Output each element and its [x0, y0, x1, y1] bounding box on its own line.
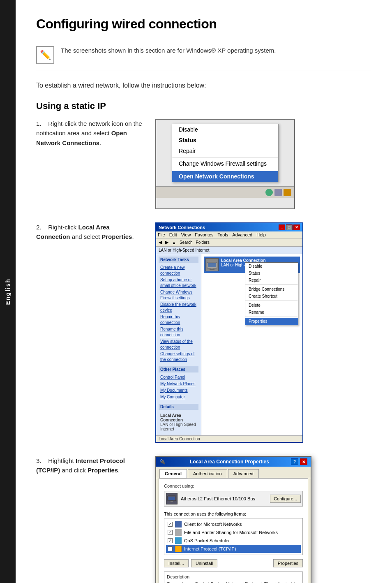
props-title-text: Local Area Connection Properties — [190, 459, 269, 465]
nc-sidebar-repair[interactable]: Repair this connection — [159, 314, 198, 326]
props-adapter-name: Atheros L2 Fast Ethernet 10/100 Bas — [181, 496, 267, 501]
nc-sidebar-view-status[interactable]: View status of the connection — [159, 338, 198, 351]
nc-sidebar-computer[interactable]: My Computer — [159, 394, 198, 400]
list-item-sharing[interactable]: File and Printer Sharing for Microsoft N… — [166, 528, 301, 537]
nc-sidebar-disable[interactable]: Disable the network device — [159, 301, 198, 314]
taskbar — [156, 186, 294, 198]
ctx-item-status[interactable]: Status — [172, 135, 278, 146]
nc-sidebar-change-settings[interactable]: Change settings of the connection — [159, 351, 198, 363]
nc-sidebar-documents[interactable]: My Documents — [159, 387, 198, 394]
step-2-row: 2. Right-click Local Area Connection and… — [36, 222, 371, 443]
nc-statusbar: Local Area Connection — [156, 435, 302, 442]
nc-minimize-btn[interactable]: _ — [279, 224, 285, 230]
step-1-number: 1. — [36, 120, 46, 127]
step-3-row: 3. Hightlight Internet Protocol (TCP/IP)… — [36, 456, 371, 583]
nc-menu-edit[interactable]: Edit — [169, 232, 177, 237]
step-2-screenshot: Network Connections _ □ ✕ File Edit View… — [155, 222, 303, 443]
nc-sidebar-control-panel[interactable]: Control Panel — [159, 374, 198, 381]
list-item-tcpip[interactable]: Internet Protocol (TCP/IP) — [166, 545, 301, 553]
taskbar-icon-3 — [284, 189, 291, 196]
nc-menu-favorites[interactable]: Favorites — [195, 232, 213, 237]
nc-sidebar-network-tasks: Network Tasks — [159, 257, 198, 263]
nc-ctx-disable[interactable]: Disable — [245, 263, 298, 270]
checkbox-qos[interactable] — [168, 538, 173, 543]
svg-rect-3 — [210, 269, 214, 270]
nc-sidebar-setup[interactable]: Set up a home or small office network — [159, 277, 198, 289]
nc-ctx-delete[interactable]: Delete — [245, 302, 298, 309]
ctx-separator-2 — [172, 170, 278, 170]
nc-ctx-rename[interactable]: Rename — [245, 309, 298, 316]
list-item-qos[interactable]: QoS Packet Scheduler — [166, 537, 301, 545]
nc-sidebar-network-places[interactable]: My Network Places — [159, 381, 198, 387]
svg-rect-2 — [211, 268, 213, 269]
props-titlebar: 🔌 Local Area Connection Properties ? ✕ — [156, 457, 311, 467]
step-2-text: 2. Right-click Local Area Connection and… — [36, 222, 143, 242]
section-heading: Using a static IP — [36, 101, 371, 111]
taskbar-icon-1 — [265, 189, 273, 196]
nc-maximize-btn[interactable]: □ — [286, 224, 293, 230]
nc-forward-btn[interactable]: ▶ — [165, 240, 168, 245]
main-content: Configuring wired connection ✏️ The scre… — [16, 0, 392, 583]
nc-up-btn[interactable]: ▲ — [172, 240, 176, 245]
nc-ctx-status[interactable]: Status — [245, 270, 298, 277]
nc-back-btn[interactable]: ◀ — [159, 240, 162, 245]
nc-ctx-properties[interactable]: Properties — [245, 318, 298, 325]
props-properties-btn[interactable]: Properties — [273, 559, 303, 567]
nc-ctx-menu: Disable Status Repair Bridge Connections… — [245, 262, 298, 325]
nc-sidebar: Network Tasks Create a new connection Se… — [156, 254, 201, 435]
props-body: Connect using: Atheros L2 Fast Ethernet … — [159, 478, 308, 583]
props-close-btn[interactable]: ✕ — [300, 458, 307, 465]
nc-menu-help[interactable]: Help — [256, 232, 266, 237]
nc-menu-tools[interactable]: Tools — [218, 232, 228, 237]
nc-ctx-sep-2 — [245, 301, 298, 301]
props-configure-btn[interactable]: Configure... — [270, 495, 301, 503]
step-1-text: 1. Right-click the network icon on the n… — [36, 119, 143, 148]
nc-ctx-sep-3 — [245, 317, 298, 317]
item-icon-client — [175, 521, 182, 527]
item-label-qos: QoS Packet Scheduler — [184, 538, 230, 543]
nc-sidebar-create[interactable]: Create a new connection — [159, 264, 198, 277]
item-icon-tcpip — [175, 546, 182, 552]
nc-menu-advanced[interactable]: Advanced — [232, 232, 252, 237]
nc-location-label: LAN or High-Speed Internet — [159, 248, 209, 252]
svg-rect-6 — [171, 501, 173, 502]
nc-menu-file[interactable]: File — [158, 232, 165, 237]
nc-ctx-repair[interactable]: Repair — [245, 277, 298, 284]
nc-sidebar-rename[interactable]: Rename this connection — [159, 326, 198, 338]
tab-authentication[interactable]: Authentication — [188, 469, 227, 478]
checkbox-client[interactable] — [168, 522, 173, 527]
page-title: Configuring wired connection — [36, 16, 371, 32]
step-1-description: 1. Right-click the network icon on the n… — [36, 119, 143, 148]
props-help-btn[interactable]: ? — [291, 458, 298, 465]
props-items-list: Client for Microsoft Networks File and P… — [164, 518, 303, 555]
nc-toolbar: ◀ ▶ ▲ Search Folders — [156, 238, 302, 247]
nc-ctx-shortcut[interactable]: Create Shortcut — [245, 293, 298, 300]
props-dialog: 🔌 Local Area Connection Properties ? ✕ G… — [155, 456, 311, 583]
props-install-btn[interactable]: Install... — [164, 559, 189, 567]
ctx-item-disable[interactable]: Disable — [172, 124, 278, 135]
nc-sidebar-firewall[interactable]: Change Windows Firewall settings — [159, 289, 198, 301]
item-label-tcpip: Internet Protocol (TCP/IP) — [184, 546, 236, 551]
ctx-item-open-network[interactable]: Open Network Connections — [172, 171, 278, 182]
nc-ctx-bridge[interactable]: Bridge Connections — [245, 286, 298, 293]
nc-titlebar-buttons: _ □ ✕ — [279, 224, 300, 230]
nc-close-btn[interactable]: ✕ — [293, 224, 300, 230]
ctx-item-repair[interactable]: Repair — [172, 146, 278, 156]
checkbox-tcpip[interactable] — [168, 546, 173, 551]
step-3-description: 3. Hightlight Internet Protocol (TCP/IP)… — [36, 456, 143, 475]
tab-advanced[interactable]: Advanced — [228, 469, 259, 478]
props-items-label: This connection uses the following items… — [164, 511, 303, 516]
nc-body: Network Tasks Create a new connection Se… — [156, 254, 302, 435]
connect-using-label: Connect using: — [164, 484, 303, 488]
props-uninstall-btn[interactable]: Uninstall — [191, 559, 217, 567]
step-2-description: 2. Right-click Local Area Connection and… — [36, 222, 143, 242]
tab-general[interactable]: General — [159, 469, 187, 478]
ctx-item-firewall[interactable]: Change Windows Firewall settings — [172, 158, 278, 169]
list-item-client[interactable]: Client for Microsoft Networks — [166, 520, 301, 528]
props-buttons-row: Install... Uninstall Properties — [164, 559, 303, 567]
nc-address-bar: LAN or High-Speed Internet — [156, 247, 302, 254]
checkbox-sharing[interactable] — [168, 530, 173, 535]
props-description-text: Transmission Control Protocol/Internet P… — [167, 581, 300, 583]
nc-menu-view[interactable]: View — [181, 232, 191, 237]
props-description-heading: Description — [167, 574, 300, 579]
